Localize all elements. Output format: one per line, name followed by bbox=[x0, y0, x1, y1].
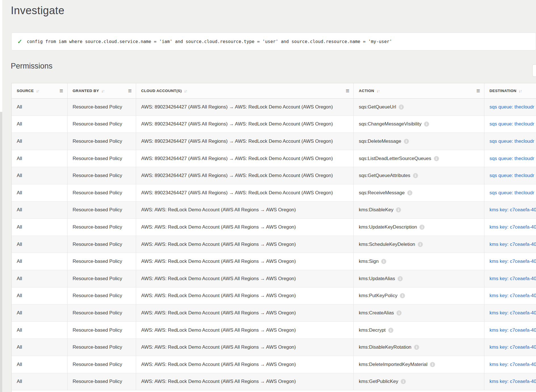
cell-destination: sqs queue: thecloudr bbox=[484, 184, 536, 201]
info-icon[interactable]: i bbox=[399, 105, 404, 110]
column-header-action[interactable]: ACTION↓↑≡ bbox=[354, 83, 484, 98]
action-label: kms:CreateAlias bbox=[359, 310, 394, 316]
destination-link[interactable]: sqs queue: thecloudr bbox=[489, 104, 534, 110]
destination-link[interactable]: kms key: c7ceaefa-40 bbox=[489, 276, 536, 282]
cell-destination: kms key: c7ceaefa-40 bbox=[484, 236, 536, 253]
cell-cloud-accounts: AWS: 890234264427 (AWS All Regions) → AW… bbox=[136, 150, 354, 167]
column-menu-icon[interactable]: ≡ bbox=[125, 88, 132, 94]
cell-destination: sqs queue: thecloudr bbox=[484, 150, 536, 167]
section-title-permissions: Permissions bbox=[11, 62, 52, 71]
destination-link[interactable]: sqs queue: thecloudr bbox=[489, 190, 534, 196]
cell-granted-by: Resource-based Policy bbox=[67, 287, 136, 304]
column-menu-icon[interactable]: ≡ bbox=[342, 88, 349, 94]
cell-action: kms:Signi bbox=[354, 253, 484, 270]
info-icon[interactable]: i bbox=[401, 379, 406, 384]
query-input-bar[interactable]: ✓ config from iam where source.cloud.ser… bbox=[11, 33, 536, 50]
cell-source: All bbox=[12, 167, 67, 184]
cell-source: All bbox=[12, 99, 67, 116]
cell-cloud-accounts: AWS: AWS: RedLock Demo Account (AWS All … bbox=[136, 356, 354, 373]
cell-cloud-accounts: AWS: AWS: RedLock Demo Account (AWS All … bbox=[136, 202, 354, 219]
destination-link[interactable]: kms key: c7ceaefa-40 bbox=[489, 310, 536, 316]
cell-destination: kms key: c7ceaefa-40 bbox=[484, 373, 536, 390]
info-icon[interactable]: i bbox=[414, 345, 419, 350]
column-menu-icon[interactable]: ≡ bbox=[473, 88, 480, 94]
column-header-label: DESTINATION bbox=[489, 89, 516, 93]
query-text[interactable]: config from iam where source.cloud.servi… bbox=[27, 39, 392, 44]
info-icon[interactable]: i bbox=[381, 259, 386, 264]
page-title: Investigate bbox=[11, 5, 64, 17]
cell-source: All bbox=[12, 304, 67, 321]
cell-cloud-accounts: AWS: AWS: RedLock Demo Account (AWS All … bbox=[136, 322, 354, 339]
toolbar-button-partial[interactable] bbox=[532, 64, 536, 77]
cell-granted-by: Resource-based Policy bbox=[67, 304, 136, 321]
cell-granted-by: Resource-based Policy bbox=[67, 202, 136, 219]
sort-icon[interactable]: ↓↑ bbox=[519, 89, 522, 93]
action-label: kms:ScheduleKeyDeletion bbox=[359, 242, 415, 247]
sort-up-arrow-icon: ↑ bbox=[520, 89, 522, 93]
destination-link[interactable]: kms key: c7ceaefa-40 bbox=[489, 379, 536, 384]
info-icon[interactable]: i bbox=[400, 293, 405, 298]
destination-link[interactable]: kms key: c7ceaefa-40 bbox=[489, 242, 536, 247]
destination-link[interactable]: kms key: c7ceaefa-40 bbox=[489, 362, 536, 367]
table-row: AllResource-based PolicyAWS: AWS: RedLoc… bbox=[11, 322, 536, 339]
info-icon[interactable]: i bbox=[418, 242, 423, 247]
cell-destination: kms key: c7ceaefa-40 bbox=[484, 356, 536, 373]
info-icon[interactable]: i bbox=[430, 362, 435, 367]
cell-action: kms:DisableKeyi bbox=[354, 202, 484, 219]
column-header-destination[interactable]: DESTINATION↓↑ bbox=[484, 83, 536, 98]
destination-link[interactable]: kms key: c7ceaefa-40 bbox=[489, 207, 536, 213]
query-valid-check-icon: ✓ bbox=[17, 39, 22, 44]
table-body: AllResource-based PolicyAWS: 89023426442… bbox=[11, 99, 536, 390]
sort-icon[interactable]: ↓↑ bbox=[377, 89, 380, 93]
cell-source: All bbox=[12, 322, 67, 339]
action-label: sqs:ChangeMessageVisibility bbox=[359, 121, 421, 127]
table-row: AllResource-based PolicyAWS: 89023426442… bbox=[11, 150, 536, 167]
cell-source: All bbox=[12, 116, 67, 133]
info-icon[interactable]: i bbox=[424, 122, 429, 127]
table-row: AllResource-based PolicyAWS: AWS: RedLoc… bbox=[11, 202, 536, 219]
cell-action: sqs:ListDeadLetterSourceQueuesi bbox=[354, 150, 484, 167]
sort-icon[interactable]: ↓↑ bbox=[184, 89, 188, 93]
column-header-cloud-account-s-[interactable]: CLOUD ACCOUNT(S)↓↑≡ bbox=[136, 83, 354, 98]
cell-cloud-accounts: AWS: 890234264427 (AWS All Regions) → AW… bbox=[136, 167, 354, 184]
destination-link[interactable]: kms key: c7ceaefa-40 bbox=[489, 344, 536, 350]
column-header-source[interactable]: SOURCE↓↑≡ bbox=[12, 83, 67, 98]
info-icon[interactable]: i bbox=[419, 225, 425, 230]
cell-granted-by: Resource-based Policy bbox=[67, 236, 136, 253]
action-label: sqs:GetQueueAttributes bbox=[359, 173, 410, 178]
info-icon[interactable]: i bbox=[407, 190, 412, 195]
cell-granted-by: Resource-based Policy bbox=[67, 356, 136, 373]
column-header-granted-by[interactable]: GRANTED BY↓↑≡ bbox=[67, 83, 136, 98]
destination-link[interactable]: kms key: c7ceaefa-40 bbox=[489, 327, 536, 333]
cell-action: kms:UpdateAliasi bbox=[354, 270, 484, 287]
action-label: sqs:GetQueueUrl bbox=[359, 104, 396, 110]
sort-up-arrow-icon: ↑ bbox=[103, 89, 105, 93]
destination-link[interactable]: sqs queue: thecloudr bbox=[489, 139, 534, 144]
cell-destination: kms key: c7ceaefa-40 bbox=[484, 202, 536, 219]
action-label: kms:Sign bbox=[359, 259, 379, 264]
sort-icon[interactable]: ↓↑ bbox=[101, 89, 105, 93]
destination-link[interactable]: kms key: c7ceaefa-40 bbox=[489, 224, 536, 230]
cell-action: kms:GetPublicKeyi bbox=[354, 373, 484, 390]
info-icon[interactable]: i bbox=[434, 156, 439, 161]
info-icon[interactable]: i bbox=[398, 276, 403, 281]
destination-link[interactable]: sqs queue: thecloudr bbox=[489, 121, 534, 127]
cell-cloud-accounts: AWS: AWS: RedLock Demo Account (AWS All … bbox=[136, 304, 354, 321]
info-icon[interactable]: i bbox=[404, 139, 409, 144]
destination-link[interactable]: sqs queue: thecloudr bbox=[489, 173, 534, 178]
action-label: kms:UpdateKeyDescription bbox=[359, 224, 417, 230]
column-menu-icon[interactable]: ≡ bbox=[56, 88, 63, 94]
info-icon[interactable]: i bbox=[396, 310, 402, 316]
info-icon[interactable]: i bbox=[413, 173, 418, 178]
destination-link[interactable]: kms key: c7ceaefa-40 bbox=[489, 293, 536, 299]
cell-destination: kms key: c7ceaefa-40 bbox=[484, 322, 536, 339]
action-label: kms:DisableKey bbox=[359, 207, 393, 213]
destination-link[interactable]: kms key: c7ceaefa-40 bbox=[489, 259, 536, 264]
table-row: AllResource-based PolicyAWS: AWS: RedLoc… bbox=[11, 304, 536, 322]
info-icon[interactable]: i bbox=[388, 328, 393, 333]
info-icon[interactable]: i bbox=[396, 207, 401, 212]
sort-icon[interactable]: ↓↑ bbox=[36, 89, 40, 93]
action-label: kms:GetPublicKey bbox=[359, 379, 398, 384]
table-row: AllResource-based PolicyAWS: 89023426442… bbox=[11, 133, 536, 150]
destination-link[interactable]: sqs queue: thecloudr bbox=[489, 156, 534, 161]
